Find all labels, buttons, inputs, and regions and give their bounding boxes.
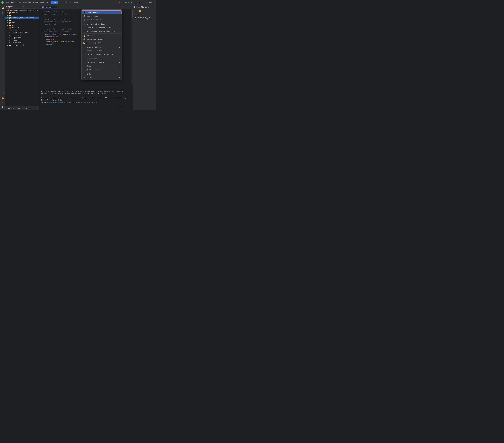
dart-icon: 🎯	[119, 1, 121, 3]
tree-root[interactable]: ▼ 🎯 demoapp D:\workspace\flutter_lec\dem…	[5, 9, 39, 12]
menu-view[interactable]: View	[16, 1, 22, 4]
resource-manager-label: Resource Manager	[87, 19, 102, 21]
menu-item-resource-manager[interactable]: 👤 Resource Manager	[82, 18, 122, 21]
file-selector[interactable]: 🎯 ▼	[117, 1, 124, 4]
add-device-button[interactable]: +	[136, 10, 138, 12]
tab-close-icon[interactable]: ✕	[55, 6, 56, 8]
list-item[interactable]: ▶ 📁 External Libraries	[5, 44, 39, 46]
menu-item-agp-upgrade[interactable]: ⚙ AGP Upgrade Assistant...	[82, 22, 122, 26]
editor-tab-label: main.dart	[44, 6, 52, 8]
tab-local[interactable]: Local ✕	[16, 107, 25, 110]
menu-item-tasks-contexts[interactable]: Tasks & Contexts ▶	[82, 46, 122, 49]
device-manager-wrapper: 📱 Device Manager	[82, 10, 122, 15]
tab-gitbash-close[interactable]: ✕	[34, 107, 35, 109]
tab-terminal[interactable]: Terminal	[6, 107, 16, 110]
chevron-down-icon: ▼	[122, 2, 123, 3]
menu-item-layout-inspector[interactable]: 📐 Layout Inspector	[82, 41, 122, 45]
svg-point-2	[2, 2, 3, 3]
menu-item-sdk-manager[interactable]: 📦 SDK Manager	[82, 15, 122, 18]
device-selector[interactable]: 📱 <no device sel...	[137, 1, 155, 4]
list-item[interactable]: ▶ Y pubspec.yaml	[5, 39, 39, 41]
menu-item-cling[interactable]: Cling ▶	[82, 64, 122, 68]
list-item[interactable]: ▶ ≡ .metadata	[5, 29, 39, 32]
menu-help[interactable]: Help	[73, 1, 79, 4]
device-list-item[interactable]: 📱 Pixel_3a_API_34_ Android 14.0 ('Upsi..…	[133, 16, 156, 20]
menu-window[interactable]: Window	[64, 1, 72, 4]
menu-item-jshell-console[interactable]: JShell Console...	[82, 68, 122, 71]
list-item[interactable]: ▶ 📁 android [demoapp_android]	[5, 17, 39, 19]
phone-icon: 📱	[138, 1, 140, 3]
dart-file-icon: 🎯	[7, 9, 9, 11]
sidebar-problems-icon[interactable]: ⚠	[0, 100, 5, 105]
menu-item-firebase[interactable]: 🔥 Firebase	[82, 34, 122, 37]
project-chevron-icon: ▼	[23, 6, 38, 7]
tree-expand-icon: ▶	[7, 12, 9, 14]
editor-scrollbar-thumb[interactable]	[132, 10, 133, 18]
list-item[interactable]: ▶ 📁 .idea	[5, 14, 39, 17]
device-info: Pixel_3a_API_34_ Android 14.0 ('Upsi...	[138, 17, 152, 20]
menu-code[interactable]: Code	[32, 1, 39, 4]
list-item[interactable]: ▶ 📁 .dart_tool	[5, 12, 39, 14]
run-button[interactable]: ▶	[125, 1, 127, 4]
tab-local-close[interactable]: ✕	[22, 107, 23, 109]
device-manager-panel: Device Manager ⊞ + 📶 ∧ Name 📱 Pixel_3a_A…	[133, 5, 156, 110]
editor-scrollbar[interactable]	[131, 9, 133, 85]
sidebar-no-problems-icon[interactable]: 🚫	[0, 91, 5, 95]
submenu-arrow-icon: ▶	[119, 77, 120, 78]
list-item[interactable]: ▶ Y analysis_options.yaml	[5, 32, 39, 34]
menu-file[interactable]: File	[5, 1, 10, 4]
sidebar-project-icon[interactable]: 📁	[0, 6, 5, 10]
project-root-name: demoapp	[10, 9, 18, 11]
menu-edit[interactable]: Edit	[10, 1, 16, 4]
menu-item-xml-actions[interactable]: XML Actions ▶	[82, 57, 122, 61]
submenu-arrow-icon: ▶	[119, 58, 120, 60]
tree-item-label: web	[12, 24, 15, 26]
device-view-toggle[interactable]: ⊞	[134, 10, 135, 12]
submenu-arrow-icon: ▶	[119, 73, 120, 75]
list-item[interactable]: ▶ 🔕 .gitignore	[5, 27, 39, 29]
menu-item-flutter[interactable]: 💙 Flutter ▶	[82, 76, 122, 79]
tree-item-label: README.md	[11, 42, 21, 44]
list-item[interactable]: ▶ M README.md	[5, 41, 39, 44]
menu-item-create-launcher[interactable]: Create Command-line Launcher...	[82, 53, 122, 56]
md-icon: M	[9, 42, 11, 44]
toolbar-right: 🎯 ▼ ▶ ⚙ ⋮ ⚙ 📱 <no device sel...	[117, 1, 155, 4]
menu-navigate[interactable]: Navigate	[22, 1, 32, 4]
menu-build[interactable]: Build	[39, 1, 45, 4]
project-title: Project	[6, 6, 22, 8]
more-options-button[interactable]: ⋮	[131, 1, 132, 3]
folder-icon: 📁	[9, 19, 11, 21]
menu-item-kotlin[interactable]: Kotlin ▶	[82, 72, 122, 76]
editor-more-icon[interactable]: ⋮	[130, 6, 131, 8]
folder-icon: 📁	[9, 22, 11, 24]
editor-tab-main-dart[interactable]: 🎯 main.dart ✓ ✕	[40, 6, 57, 9]
wifi-icon[interactable]: 📶	[139, 10, 141, 12]
sidebar-more-icon[interactable]: ⋯	[0, 16, 5, 20]
yaml-icon: Y	[9, 32, 10, 34]
menu-item-markdown-converter[interactable]: Markdown Converter ▶	[82, 61, 122, 64]
list-item[interactable]: ▶ 📁 test	[5, 21, 39, 24]
menu-item-device-manager[interactable]: 📱 Device Manager	[82, 10, 122, 14]
sidebar-terminal-icon[interactable]: 📋	[0, 105, 5, 109]
android-url-link[interactable]: http://source.android.com/	[49, 101, 72, 103]
menu-item-android-sdk-upgrade[interactable]: Android SDK Upgrade Assistant	[82, 26, 122, 30]
sidebar-scm-icon[interactable]: 👤	[0, 11, 5, 15]
menu-tools[interactable]: Tools	[51, 1, 58, 4]
terminal-line: 1.3 "Google" means Google Inc., a Delawa…	[41, 106, 131, 106]
app-links-icon: 🔗	[83, 38, 86, 40]
settings-icon[interactable]: ⚙	[135, 1, 136, 3]
list-item[interactable]: ▶ Y pubspec.lock	[5, 36, 39, 39]
list-item[interactable]: ▶ Y demoapp.iml	[5, 34, 39, 36]
terminal-line: Agreement forms a legally binding contra…	[41, 93, 131, 95]
sidebar-git-icon[interactable]: 📤	[0, 96, 5, 100]
menu-item-app-links[interactable]: 🔗 App Links Assistant	[82, 37, 122, 41]
list-item[interactable]: ▶ 📁 lib	[5, 19, 39, 21]
menu-item-troubleshoot[interactable]: ☰ Troubleshoot Device Connections	[82, 30, 122, 33]
menu-item-generate-javadoc[interactable]: Generate JavaDoc...	[82, 49, 122, 53]
menu-vcs[interactable]: VCS	[58, 1, 63, 4]
iml-icon: Y	[9, 34, 10, 36]
run-config-gear[interactable]: ⚙	[128, 1, 129, 4]
menu-run[interactable]: Run	[46, 1, 51, 4]
tab-git-bash[interactable]: Git Bash ✕	[25, 107, 36, 110]
list-item[interactable]: ▶ 📁 web	[5, 24, 39, 27]
